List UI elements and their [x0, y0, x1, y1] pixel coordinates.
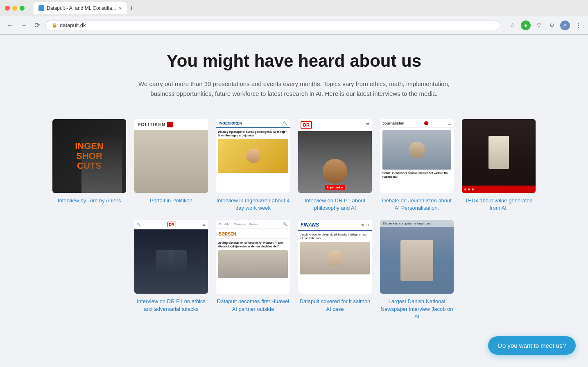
media-item-tedx[interactable]: TEDx about value generated from AI.: [462, 119, 536, 212]
forward-button[interactable]: →: [19, 20, 29, 31]
politiken-red-square: [167, 122, 173, 127]
finans-header: FINANS Nr. 01: [298, 220, 372, 231]
extension-gray-button[interactable]: ▽: [534, 20, 544, 30]
media-item-ingen-interview[interactable]: INGENSHORCUTS Interview by Tommy Ahlers: [52, 119, 126, 212]
ingen-thumbnail-bg: INGENSHORCUTS: [52, 119, 126, 193]
borsen-header: Forsiden Seneste Kurser 🔍: [216, 220, 290, 229]
tedx-dot-2: [468, 188, 470, 190]
borsen-headline-text: 29-årig dansker er forhandler for Huawei…: [218, 241, 288, 248]
dr-menu-icon: ☰: [366, 123, 369, 127]
extension-green-button[interactable]: ●: [521, 20, 531, 30]
media-thumbnail-tedx: [462, 119, 536, 193]
media-thumbnail-dr: DR ☰ Supertanker: [298, 119, 372, 193]
media-item-politiken[interactable]: POLITIKEN Portait in Politiken: [134, 119, 208, 212]
media-grid-row2: 🔍 DR ☰ Interview on DR P1 on ethics and …: [130, 220, 458, 320]
reload-button[interactable]: ⟳: [33, 20, 41, 31]
dr-ethics-thumbnail-bg: 🔍 DR ☰: [134, 220, 208, 294]
finans-nav: Nr. 01: [361, 223, 369, 227]
profile-avatar[interactable]: A: [560, 20, 570, 30]
tab-bar: Datapult - AI and ML Consulta... × +: [29, 1, 583, 16]
dr-eth-face-2: [168, 250, 187, 273]
tab-favicon: [38, 5, 44, 11]
tedx-body: [462, 119, 536, 186]
dr-eth-body: [134, 229, 208, 294]
ing-person-area: [218, 139, 288, 173]
page-content: You might have heard about us We carry o…: [0, 35, 588, 353]
ing-logo-text: INGENIØREN: [219, 121, 242, 125]
finans-thumbnail-bg: FINANS Nr. 01 Jacob Knobel er blevet rig…: [298, 220, 372, 294]
tab-title: Datapult - AI and ML Consulta...: [47, 5, 116, 11]
puzzle-extension-button[interactable]: ⚙: [547, 20, 557, 30]
jour-menu-icon: ☰: [448, 121, 451, 125]
media-caption-politiken: Portait in Politiken: [150, 197, 192, 204]
borsen-nav-left: Forsiden Seneste Kurser: [219, 222, 258, 226]
media-caption-ingenioeren: Interview in Ingeniøren about 4 day work…: [216, 197, 290, 212]
media-item-journalisten[interactable]: Journalisten ☰ Debat: Genskaber danske m…: [380, 119, 454, 212]
jacob-header-text: Sådan kan computerne tage over: [382, 222, 431, 225]
jacob-thumbnail-bg: Sådan kan computerne tage over: [380, 220, 454, 294]
politiken-person-image: [134, 130, 208, 193]
media-item-dr-p1[interactable]: DR ☰ Supertanker Interview on DR P1 abou…: [298, 119, 372, 212]
media-thumbnail-jacob: Sådan kan computerne tage over: [380, 220, 454, 294]
ingen-person-silhouette: [81, 134, 122, 193]
media-thumbnail-finans: FINANS Nr. 01 Jacob Knobel er blevet rig…: [298, 220, 372, 294]
dr-header: DR ☰: [298, 119, 372, 131]
browser-tab[interactable]: Datapult - AI and ML Consulta... ×: [34, 2, 127, 14]
borsen-logo-text: BØRSEN.: [219, 232, 237, 236]
menu-button[interactable]: ⋮: [573, 20, 583, 30]
jacob-header: Sådan kan computerne tage over: [380, 220, 454, 227]
dr-person-image: Supertanker: [298, 131, 372, 193]
dr-eth-logo-text: DR: [167, 222, 176, 227]
jour-headline-text: Debat: Genskaber danske medier det værst…: [382, 171, 451, 179]
politiken-body: [134, 130, 208, 193]
tedx-dot-1: [464, 188, 466, 190]
tedx-bar: [462, 186, 536, 193]
finans-logo-text: FINANS: [301, 222, 319, 228]
browser-actions: ☆ ● ▽ ⚙ A ⋮: [508, 20, 583, 30]
ing-face: [246, 149, 260, 163]
politiken-thumbnail-bg: POLITIKEN: [134, 119, 208, 193]
cta-meet-button[interactable]: Do you want to meet us?: [488, 336, 576, 355]
media-item-ingenioeren[interactable]: INGENIØREN 🔍 Datalog og ekspert i kunsti…: [216, 119, 290, 212]
close-window-button[interactable]: [5, 6, 10, 11]
media-thumbnail-ingen: INGENSHORCUTS: [52, 119, 126, 193]
browser-titlebar: Datapult - AI and ML Consulta... × +: [0, 0, 588, 16]
url-text: datapult.dk: [60, 22, 86, 28]
jacob-body: [380, 227, 454, 294]
minimize-window-button[interactable]: [12, 6, 17, 11]
media-caption-jacob: Largest Danish National Newspaper interv…: [380, 298, 454, 320]
media-caption-dr-p1: Interview on DR P1 about philosophy and …: [298, 197, 372, 212]
jour-body: Debat: Genskaber danske medier det værst…: [380, 128, 454, 193]
media-thumbnail-ingenioeren: INGENIØREN 🔍 Datalog og ekspert i kunsti…: [216, 119, 290, 193]
tab-close-button[interactable]: ×: [119, 5, 122, 11]
tedx-controls: [464, 188, 474, 190]
media-item-jacob[interactable]: Sådan kan computerne tage over Largest D…: [380, 220, 454, 320]
jour-person-image: [382, 130, 451, 170]
media-item-finans[interactable]: FINANS Nr. 01 Jacob Knobel er blevet rig…: [298, 220, 372, 320]
dr-logo-text: DR: [301, 121, 312, 129]
jour-face: [409, 142, 425, 158]
url-bar[interactable]: 🔒 datapult.dk: [45, 20, 500, 30]
media-item-borsen[interactable]: Forsiden Seneste Kurser 🔍 BØRSEN. 29-åri…: [216, 220, 290, 320]
section-subtitle: We carry out more than 30 presentations …: [134, 79, 454, 99]
dr-eth-search-icon: 🔍: [137, 223, 141, 227]
jacob-face: [400, 240, 433, 281]
traffic-lights: [5, 6, 25, 11]
bookmark-button[interactable]: ☆: [508, 20, 518, 30]
media-thumbnail-borsen: Forsiden Seneste Kurser 🔍 BØRSEN. 29-åri…: [216, 220, 290, 294]
finans-body: Jacob Knobel er blevet rig på kunstig in…: [298, 231, 372, 294]
dr-eth-faces: [156, 250, 187, 273]
back-button[interactable]: ←: [5, 20, 15, 31]
new-tab-button[interactable]: +: [129, 4, 134, 13]
media-item-dr-ethics[interactable]: 🔍 DR ☰ Interview on DR P1 on ethics and …: [134, 220, 208, 320]
media-caption-finans: Datapult covered for it salmon AI case: [298, 298, 372, 313]
maximize-window-button[interactable]: [20, 6, 25, 11]
politiken-header: POLITIKEN: [134, 119, 208, 130]
media-thumbnail-politiken: POLITIKEN: [134, 119, 208, 193]
finans-face-circle: [327, 250, 343, 266]
security-lock-icon: 🔒: [52, 23, 57, 28]
ingenioeren-thumbnail-bg: INGENIØREN 🔍 Datalog og ekspert i kunsti…: [216, 119, 290, 193]
tedx-thumbnail-bg: [462, 119, 536, 193]
media-caption-ingen: Interview by Tommy Ahlers: [58, 197, 121, 204]
dr-eth-header: 🔍 DR ☰: [134, 220, 208, 229]
